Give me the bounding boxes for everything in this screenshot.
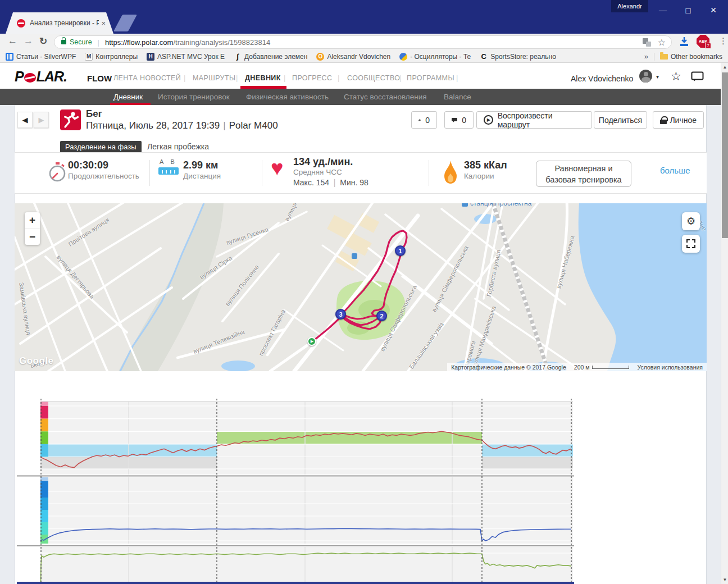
browser-profile-chip[interactable]: Alexandr <box>611 0 648 12</box>
comment-icon <box>452 116 457 124</box>
back-icon[interactable]: ← <box>8 35 17 47</box>
reload-icon[interactable]: ↻ <box>39 35 47 47</box>
avg-hr-label: Средняя ЧСС <box>293 168 342 176</box>
messages-icon[interactable] <box>691 71 704 82</box>
flow-label[interactable]: FLOW <box>87 74 112 83</box>
avatar[interactable] <box>639 70 652 83</box>
map-terms-link[interactable]: Условия использования <box>633 363 707 371</box>
subnav-history[interactable]: История тренировок <box>158 93 230 101</box>
secure-label: Secure <box>70 38 92 46</box>
window-close-button[interactable]: × <box>704 2 723 18</box>
training-charts[interactable] <box>15 373 707 584</box>
nav-news-feed[interactable]: ЛЕНТА НОВОСТЕЙ <box>113 74 181 82</box>
tab-title: Анализ тренировки - Po <box>30 19 99 27</box>
more-link[interactable]: больше <box>660 166 690 175</box>
bookmark-star-icon[interactable]: ☆ <box>658 37 666 48</box>
stopwatch-icon <box>48 162 66 182</box>
browser-window: Анализ тренировки - Po × Alexandr — □ × … <box>0 0 728 584</box>
nav-programs[interactable]: ПРОГРАММЫ <box>407 74 454 82</box>
route-marker-2[interactable]: 2 <box>376 311 387 321</box>
station-poi-label: станція Проспектна <box>462 203 531 207</box>
zoom-in-button[interactable]: + <box>25 212 40 229</box>
training-benefit-button[interactable]: Равномерная ибазовая тренировка <box>536 161 631 187</box>
route-map[interactable]: Повітова вулиця вулиця Дегтярьова Замків… <box>15 203 707 371</box>
station-icon <box>462 203 468 207</box>
route-marker-1[interactable]: 1 <box>395 245 406 256</box>
scrollbar-thumb[interactable] <box>722 72 728 238</box>
map-settings-button[interactable]: ⚙ <box>682 212 700 230</box>
nav-diary[interactable]: ДНЕВНИК <box>245 74 281 82</box>
like-button[interactable]: 0 <box>411 111 437 129</box>
bookmark-item[interactable]: HASP.NET MVC Урок Е <box>147 53 225 61</box>
adblock-badge: 7 <box>705 43 711 49</box>
bookmark-favicon-icon: ∫ <box>234 53 242 61</box>
subnav-activity[interactable]: Физическая активность <box>246 93 329 101</box>
comment-button[interactable]: 0 <box>444 111 474 129</box>
share-button[interactable]: Поделиться <box>594 111 647 129</box>
bookmark-favicon-icon: O <box>316 53 324 61</box>
chevron-down-icon[interactable]: ▾ <box>656 74 659 80</box>
play-route-button[interactable]: ▶ Воспроизвести маршрут <box>476 111 592 129</box>
nav-progress[interactable]: ПРОГРЕСС <box>292 74 332 82</box>
training-charts-panel: 1 2 3 189 170 151 132 113 95 03:09 04:00… <box>0 373 721 584</box>
nav-routes[interactable]: МАРШРУТЫ <box>193 74 235 82</box>
user-name[interactable]: Alex Vdovichenko <box>571 74 633 83</box>
phase-split-badge[interactable]: Разделение на фазы <box>60 141 142 153</box>
comment-count: 0 <box>462 116 466 125</box>
subnav-balance[interactable]: Balance <box>444 93 471 101</box>
browser-tab[interactable]: Анализ тренировки - Po × <box>6 12 113 34</box>
route-start-marker[interactable]: ▶ <box>307 337 316 346</box>
bookmark-item[interactable]: MКонтроллеры <box>85 53 138 61</box>
metro-icon <box>352 253 357 259</box>
subnav-recovery[interactable]: Статус восстановления <box>344 93 427 101</box>
nav-community[interactable]: СООБЩЕСТВО <box>347 74 400 82</box>
scroll-up-icon[interactable]: ▲ <box>721 63 728 71</box>
window-maximize-button[interactable]: □ <box>679 2 698 18</box>
menu-icon[interactable]: ⋮ <box>719 36 727 46</box>
play-icon: ▶ <box>484 115 493 125</box>
title-bar: Анализ тренировки - Po × Alexandr — □ × <box>0 0 728 34</box>
favorites-star-icon[interactable]: ☆ <box>671 70 681 83</box>
privacy-button[interactable]: Личное <box>653 111 704 129</box>
bookmark-item[interactable]: - Осцилляторы - Те <box>399 53 471 61</box>
bookmarks-overflow-icon[interactable]: » <box>644 52 648 61</box>
page-scrollbar[interactable]: ▲ ▼ <box>721 63 728 584</box>
translate-icon[interactable] <box>643 38 651 47</box>
calories-label: Калории <box>464 172 494 180</box>
bookmark-item[interactable]: ϹSportsStore: реально <box>480 53 556 61</box>
bookmark-item[interactable]: OAleksandr Vdovichen <box>316 53 390 61</box>
bookmark-item[interactable]: ∫Добавление элемен <box>234 53 307 61</box>
url-path: /training/analysis/1598823814 <box>173 38 270 47</box>
prev-session-button[interactable]: ◀ <box>17 112 33 128</box>
other-bookmarks-button[interactable]: Other bookmarks <box>660 53 722 61</box>
next-session-button[interactable]: ▶ <box>34 112 49 128</box>
zoom-out-button[interactable]: − <box>25 229 40 245</box>
running-sport-icon <box>60 110 81 130</box>
map-canvas <box>15 203 707 371</box>
lock-icon <box>660 116 665 124</box>
subnav-diary[interactable]: Дневник <box>113 93 143 101</box>
session-datetime: Пятница, Июль 28, 2017 19:39|Polar M400 <box>86 120 278 131</box>
address-bar[interactable]: Secure | https://flow.polar.com /trainin… <box>54 35 672 49</box>
duration-label: Продолжительность <box>68 172 139 180</box>
map-scale: 200 м <box>570 363 634 371</box>
google-logo[interactable]: Google <box>19 355 54 367</box>
bookmark-item[interactable]: Статьи - SilverWPF <box>6 53 76 61</box>
tab-close-icon[interactable]: × <box>101 19 106 28</box>
scroll-down-icon[interactable]: ▼ <box>721 576 728 584</box>
map-data-attribution: Картографические данные © 2017 Google <box>447 363 570 371</box>
bookmark-favicon-icon: M <box>85 53 93 61</box>
download-extension-icon[interactable] <box>679 36 690 47</box>
thumb-up-icon <box>418 116 421 124</box>
map-fullscreen-button[interactable] <box>682 235 700 253</box>
window-minimize-button[interactable]: — <box>653 2 672 18</box>
distance-ruler-icon <box>158 167 179 175</box>
new-tab-button[interactable] <box>113 15 137 31</box>
map-zoom-control: + − <box>25 212 40 245</box>
forward-icon[interactable]: → <box>24 35 33 47</box>
lock-icon <box>61 40 66 44</box>
polar-logo[interactable]: PLAR. <box>15 69 67 85</box>
flame-icon <box>443 161 458 184</box>
route-marker-3[interactable]: 3 <box>335 309 346 320</box>
duration-value: 00:30:09 <box>68 159 108 171</box>
